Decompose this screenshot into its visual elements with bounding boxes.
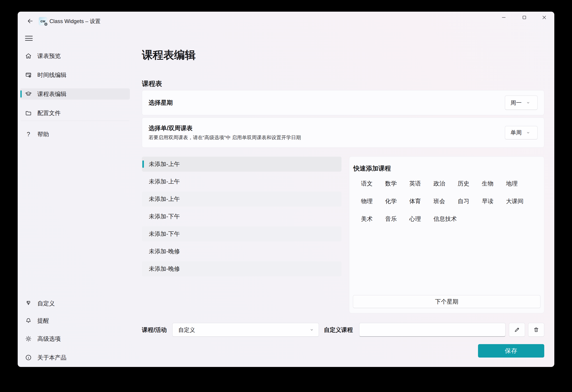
subject-button[interactable]: 化学 — [385, 198, 409, 205]
gear-icon — [25, 335, 32, 342]
timeline-clock-icon — [25, 72, 32, 78]
sidebar-item-label: 自定义 — [37, 299, 55, 307]
pencil-icon — [514, 327, 520, 333]
sidebar-item-label: 关于本产品 — [37, 354, 66, 361]
period-label: 未添加-晚修 — [149, 265, 180, 273]
sidebar-item-help[interactable]: ? 帮助 — [20, 129, 130, 140]
subject-button[interactable]: 语文 — [361, 180, 385, 187]
period-row[interactable]: 未添加-上午 — [142, 174, 341, 189]
next-week-label: 下个星期 — [435, 298, 458, 306]
page-title: 课程表编辑 — [142, 48, 196, 62]
trash-icon — [533, 327, 539, 333]
graduation-cap-icon — [25, 91, 32, 97]
subject-button[interactable]: 心理 — [409, 215, 433, 222]
period-row[interactable]: 未添加-上午 — [142, 191, 341, 206]
edit-course-button[interactable] — [509, 323, 525, 337]
parity-select-value: 单周 — [510, 129, 522, 136]
sidebar-item-label: 时间线编辑 — [37, 71, 66, 79]
week-select[interactable]: 周一 — [505, 95, 538, 110]
subject-button[interactable]: 英语 — [409, 180, 433, 187]
next-week-button[interactable]: 下个星期 — [353, 295, 540, 308]
save-button-label: 保存 — [505, 347, 517, 355]
quick-add-panel: 快速添加课程 语文 数学 英语 政治 历史 生物 地理 物理 化学 体育 班会 … — [349, 157, 544, 313]
course-type-label: 课程/活动 — [142, 323, 167, 337]
sidebar-item-label: 提醒 — [37, 317, 49, 325]
select-week-label: 选择星期 — [149, 99, 173, 107]
app-window: cw Class Widgets – 设置 课表预览 时间线编辑 — [18, 12, 554, 367]
close-button[interactable] — [539, 13, 549, 22]
info-icon — [25, 354, 32, 361]
minimize-icon — [501, 15, 507, 20]
sidebar-item-label: 课程表编辑 — [37, 90, 66, 98]
menu-toggle-button[interactable] — [25, 35, 33, 41]
sidebar-item-timeline-edit[interactable]: 时间线编辑 — [20, 69, 130, 80]
period-label: 未添加-下午 — [149, 213, 180, 220]
subject-button[interactable]: 物理 — [361, 198, 385, 205]
question-icon: ? — [25, 131, 32, 138]
sidebar-divider — [21, 121, 129, 121]
chevron-down-icon — [310, 328, 314, 332]
parity-select[interactable]: 单周 — [505, 126, 538, 139]
week-select-value: 周一 — [510, 99, 522, 107]
section-title: 课程表 — [142, 79, 162, 88]
save-button[interactable]: 保存 — [478, 344, 544, 358]
period-label: 未添加-下午 — [149, 230, 180, 238]
parity-text-block: 选择单/双周课表 若要启用双周课表，请在“高级选项”中 启用单双周课表和设置开学… — [149, 124, 301, 141]
chevron-down-icon — [526, 131, 530, 135]
delete-course-button[interactable] — [528, 323, 544, 337]
sidebar-item-profiles[interactable]: 配置文件 — [20, 107, 130, 119]
custom-course-label: 自定义课程 — [324, 323, 353, 337]
subject-button[interactable]: 美术 — [361, 215, 385, 222]
sidebar-item-schedule-preview[interactable]: 课表预览 — [20, 50, 130, 62]
parity-subtitle: 若要启用双周课表，请在“高级选项”中 启用单双周课表和设置开学日期 — [149, 134, 301, 141]
home-icon — [25, 53, 32, 59]
subject-button[interactable]: 音乐 — [385, 215, 409, 222]
period-row[interactable]: 未添加-下午 — [142, 209, 341, 224]
sidebar-item-customize[interactable]: 自定义 — [20, 298, 130, 309]
subject-button[interactable]: 地理 — [506, 180, 530, 187]
subject-button[interactable]: 班会 — [433, 198, 458, 205]
course-type-value: 自定义 — [178, 326, 195, 334]
sidebar-item-about[interactable]: 关于本产品 — [20, 352, 130, 363]
app-icon: cw — [39, 17, 47, 25]
subject-button[interactable]: 自习 — [458, 198, 482, 205]
period-label: 未添加-上午 — [149, 178, 180, 186]
select-week-parity-card: 选择单/双周课表 若要启用双周课表，请在“高级选项”中 启用单双周课表和设置开学… — [142, 117, 544, 148]
subject-button[interactable]: 信息技术 — [433, 215, 458, 222]
subject-button[interactable]: 大课间 — [506, 198, 530, 205]
app-icon-text: cw — [41, 19, 45, 23]
maximize-icon — [522, 15, 527, 20]
subject-button[interactable]: 历史 — [458, 180, 482, 187]
parity-title: 选择单/双周课表 — [149, 124, 301, 132]
sidebar-item-label: 课表预览 — [37, 52, 61, 60]
period-row[interactable]: 未添加-晚修 — [142, 244, 341, 259]
subject-button[interactable]: 数学 — [385, 180, 409, 187]
window-title: Class Widgets – 设置 — [49, 17, 100, 25]
close-icon — [541, 15, 547, 20]
app-icon-gear-badge — [44, 23, 48, 26]
subject-button[interactable]: 早读 — [482, 198, 506, 205]
subject-button[interactable]: 政治 — [433, 180, 458, 187]
course-type-select[interactable]: 自定义 — [172, 323, 319, 337]
sidebar-item-schedule-edit[interactable]: 课程表编辑 — [20, 88, 130, 100]
bell-icon — [25, 317, 32, 324]
sidebar-item-label: 高级选项 — [37, 335, 61, 343]
subject-button[interactable]: 生物 — [482, 180, 506, 187]
subject-grid: 语文 数学 英语 政治 历史 生物 地理 物理 化学 体育 班会 自习 早读 大… — [361, 180, 530, 222]
period-label: 未添加-上午 — [149, 160, 180, 168]
custom-course-input[interactable] — [359, 323, 506, 337]
period-row[interactable]: 未添加-下午 — [142, 226, 341, 241]
chevron-down-icon — [526, 101, 530, 105]
subject-button[interactable]: 体育 — [409, 198, 433, 205]
back-arrow-icon — [27, 18, 33, 24]
quick-add-title: 快速添加课程 — [353, 164, 391, 173]
paintbrush-icon — [25, 300, 32, 307]
sidebar-item-advanced-options[interactable]: 高级选项 — [20, 333, 130, 344]
maximize-button[interactable] — [519, 13, 529, 22]
period-row[interactable]: 未添加-晚修 — [142, 261, 341, 276]
select-week-card: 选择星期 周一 — [142, 90, 544, 115]
period-row[interactable]: 未添加-上午 — [142, 157, 341, 172]
sidebar-item-reminders[interactable]: 提醒 — [20, 315, 130, 326]
minimize-button[interactable] — [499, 13, 509, 22]
back-button[interactable] — [26, 17, 34, 25]
